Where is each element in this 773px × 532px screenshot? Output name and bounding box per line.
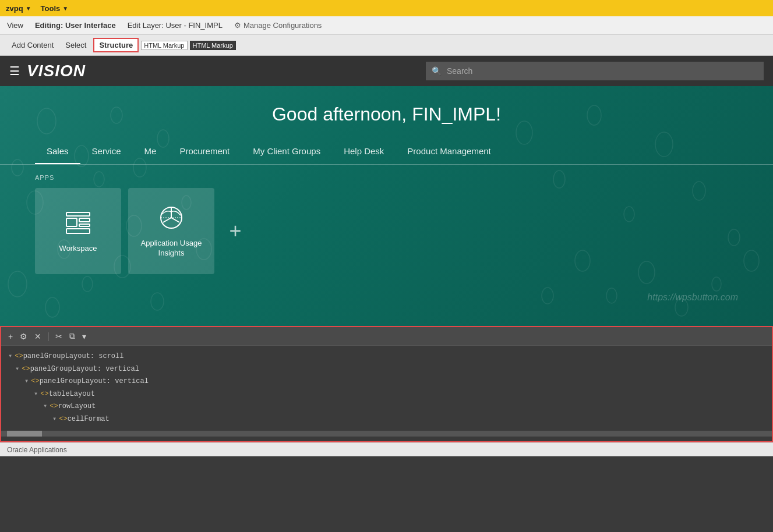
tree-item-3[interactable]: ▾ <> panelGroupLayout: vertical xyxy=(8,375,765,388)
workspace-icon xyxy=(64,209,92,237)
tree-tag-4: <> xyxy=(40,388,48,401)
tree-item-4[interactable]: ▾ <> tableLayout xyxy=(8,388,765,401)
tree-tag-5: <> xyxy=(50,400,58,413)
tree-label-3: panelGroupLayout: vertical xyxy=(40,375,149,388)
workspace-label: Workspace xyxy=(59,244,97,254)
struct-separator: | xyxy=(46,331,51,342)
tab-service[interactable]: Service xyxy=(80,141,133,164)
search-icon: 🔍 xyxy=(432,66,442,76)
action-toolbar: Add Content Select Structure HTML Markup… xyxy=(0,35,773,56)
tree-arrow-6: ▾ xyxy=(52,413,57,426)
tree-label-2: panelGroupLayout: vertical xyxy=(30,363,139,376)
add-app-button[interactable]: + xyxy=(221,217,249,245)
zvpq-label: zvpq xyxy=(6,4,23,13)
tree-label-4: tableLayout xyxy=(49,388,95,401)
svg-point-27 xyxy=(675,299,688,316)
structure-tree: ▾ <> panelGroupLayout: scroll ▾ <> panel… xyxy=(1,346,772,431)
insights-icon xyxy=(157,204,185,232)
tree-arrow-2: ▾ xyxy=(15,363,19,376)
apps-section: APPS Workspace xyxy=(0,165,773,283)
apps-label: APPS xyxy=(35,174,738,181)
svg-point-30 xyxy=(542,288,553,304)
footer-label: Oracle Applications xyxy=(7,446,67,454)
settings-icon: ⚙ xyxy=(234,21,241,30)
tree-tag-6: <> xyxy=(59,413,67,426)
tree-tag-1: <> xyxy=(15,350,23,363)
tree-label-6: cellFormat xyxy=(68,413,110,426)
workspace-tile[interactable]: Workspace xyxy=(35,188,121,274)
html-markup-badge-2: HTML Markup xyxy=(190,41,236,50)
struct-close-button[interactable]: ✕ xyxy=(32,331,44,342)
tab-product-management[interactable]: Product Management xyxy=(396,141,502,164)
manage-config-button[interactable]: ⚙ Manage Configurations xyxy=(234,21,322,30)
insights-label: Application UsageInsights xyxy=(141,239,202,258)
footer: Oracle Applications xyxy=(0,442,773,456)
tools-arrow: ▼ xyxy=(62,5,68,12)
tree-arrow-4: ▾ xyxy=(34,388,38,401)
hamburger-icon[interactable]: ☰ xyxy=(9,64,20,78)
view-button[interactable]: View xyxy=(7,21,23,30)
tree-item-5[interactable]: ▾ <> rowLayout xyxy=(8,400,765,413)
tools-label: Tools xyxy=(41,4,61,13)
insights-tile[interactable]: Application UsageInsights xyxy=(128,188,214,274)
svg-point-9 xyxy=(45,297,59,317)
structure-toolbar: + ⚙ ✕ | ✂ ⧉ ▾ xyxy=(1,327,772,346)
zvpq-arrow: ▼ xyxy=(26,5,31,12)
tools-menu[interactable]: Tools ▼ xyxy=(41,4,69,13)
app-header: ☰ ViSiON 🔍 xyxy=(0,56,773,86)
nav-tabs: Sales Service Me Procurement My Client G… xyxy=(0,141,773,165)
edit-layer-label: Edit Layer: User - FIN_IMPL xyxy=(128,21,223,30)
top-toolbar: zvpq ▼ Tools ▼ xyxy=(0,0,773,16)
tree-item-2[interactable]: ▾ <> panelGroupLayout: vertical xyxy=(8,363,765,376)
tab-sales[interactable]: Sales xyxy=(35,141,80,164)
tree-arrow-5: ▾ xyxy=(43,400,47,413)
tree-label-1: panelGroupLayout: scroll xyxy=(23,350,124,363)
tab-procurement[interactable]: Procurement xyxy=(168,141,241,164)
apps-grid: Workspace Application UsageInsights + xyxy=(35,188,738,274)
svg-point-12 xyxy=(151,293,164,310)
tab-my-client-groups[interactable]: My Client Groups xyxy=(241,141,332,164)
tree-arrow-1: ▾ xyxy=(8,350,12,363)
svg-rect-32 xyxy=(66,218,77,226)
svg-rect-35 xyxy=(66,229,90,233)
svg-rect-31 xyxy=(66,212,90,216)
tree-item-1[interactable]: ▾ <> panelGroupLayout: scroll xyxy=(8,350,765,363)
tree-tag-3: <> xyxy=(31,375,39,388)
search-container: 🔍 xyxy=(426,62,764,80)
tree-tag-2: <> xyxy=(22,363,30,376)
horizontal-scrollbar[interactable] xyxy=(1,431,772,437)
struct-cut-button[interactable]: ✂ xyxy=(53,331,65,342)
search-input[interactable] xyxy=(426,62,764,80)
struct-dropdown-button[interactable]: ▾ xyxy=(80,331,89,342)
struct-add-button[interactable]: + xyxy=(6,331,15,342)
svg-rect-34 xyxy=(79,224,90,226)
html-markup-badge-1: HTML Markup xyxy=(141,41,187,50)
svg-rect-33 xyxy=(79,218,90,222)
scrollbar-thumb[interactable] xyxy=(7,431,42,437)
app-logo: ViSiON xyxy=(27,62,86,80)
zvpq-menu[interactable]: zvpq ▼ xyxy=(6,4,31,13)
svg-point-25 xyxy=(606,288,617,303)
tree-arrow-3: ▾ xyxy=(24,375,29,388)
add-content-button[interactable]: Add Content xyxy=(7,38,58,52)
main-content: Good afternoon, FIN_IMPL! Sales Service … xyxy=(0,86,773,326)
greeting-text: Good afternoon, FIN_IMPL! xyxy=(0,104,773,125)
editing-label: Editing: User Interface xyxy=(35,21,116,30)
struct-settings-button[interactable]: ⚙ xyxy=(17,331,30,342)
second-toolbar: View Editing: User Interface Edit Layer:… xyxy=(0,16,773,35)
tab-help-desk[interactable]: Help Desk xyxy=(332,141,396,164)
structure-panel: + ⚙ ✕ | ✂ ⧉ ▾ ▾ <> panelGroupLayout: scr… xyxy=(0,326,773,442)
select-button[interactable]: Select xyxy=(61,38,91,52)
tree-item-6[interactable]: ▾ <> cellFormat xyxy=(8,413,765,426)
structure-button[interactable]: Structure xyxy=(93,38,139,52)
tree-label-5: rowLayout xyxy=(58,400,96,413)
struct-copy-button[interactable]: ⧉ xyxy=(67,330,77,342)
tab-me[interactable]: Me xyxy=(133,141,168,164)
